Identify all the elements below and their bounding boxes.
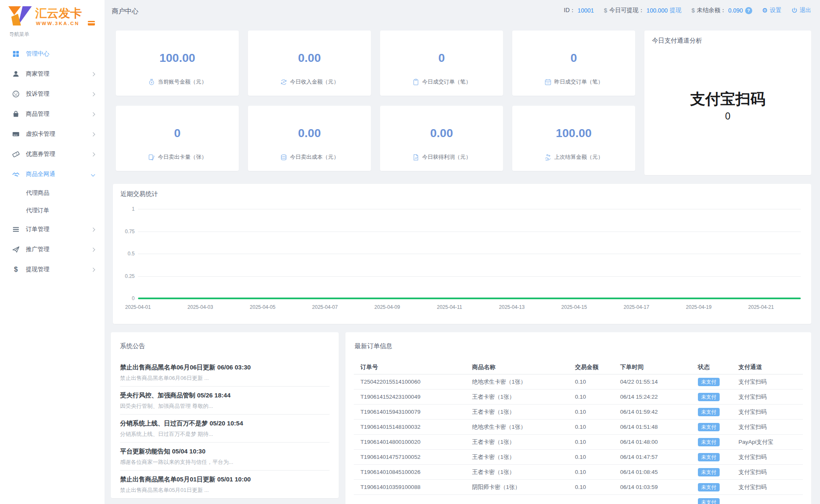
order-no: T250422015514100060 [360, 379, 472, 385]
merchant-id-label: ID： [564, 7, 575, 14]
stat-value: 0.00 [380, 126, 503, 140]
stat-card: 0今日成交订单（笔） [380, 31, 503, 96]
sidebar-subitem[interactable]: 代理订单 [0, 202, 105, 219]
order-row: 未支付 [354, 495, 803, 504]
order-amount: 0.10 [575, 454, 620, 460]
sidebar-item-2[interactable]: 投诉管理 [0, 84, 105, 104]
announcement-title: 禁止出售商品黑名单06月06日更新 06/06 03:30 [120, 363, 330, 372]
sidebar-item-1[interactable]: 商家管理 [0, 64, 105, 84]
stat-label: 今日成交订单（笔） [422, 78, 471, 86]
x-axis-tick-label: 2025-04-01 [117, 304, 159, 310]
profit-file-icon [412, 154, 419, 161]
stat-card: 0.00今日获得利润（元） [380, 106, 503, 171]
order-amount: 0.10 [575, 469, 620, 475]
order-no: T190614010359100088 [360, 484, 472, 490]
orders-table: 订单号商品名称交易金额下单时间状态支付通道T250422015514100060… [354, 360, 803, 504]
withdrawable-today: $ 今日可提现：100.000 提现 [604, 7, 681, 14]
sidebar-item-8[interactable]: 推广管理 [0, 239, 105, 260]
order-product: 王者卡密（1张） [472, 453, 575, 461]
merchant-id: ID：10001 [564, 7, 594, 14]
x-axis-tick-label: 2025-04-13 [491, 304, 533, 310]
order-product: 王者卡密（1张） [472, 468, 575, 476]
orders-column-header: 支付通道 [738, 364, 803, 371]
help-icon[interactable]: ? [745, 7, 752, 14]
logout-button[interactable]: 退出 [792, 7, 811, 14]
chevron-right-icon [91, 267, 95, 272]
logout-label: 退出 [800, 7, 811, 14]
announcements-title: 系统公告 [120, 342, 330, 350]
y-axis-tick-label: 0.75 [115, 229, 135, 234]
sidebar-item-label: 投诉管理 [26, 90, 49, 98]
sidebar-item-label: 商品全网通 [26, 171, 55, 178]
announcement-title: 分销系统上线、日过百万不是梦 05/20 10:54 [120, 419, 330, 428]
order-channel: 支付宝扫码 [738, 484, 803, 491]
stat-value: 0 [512, 51, 635, 65]
gridline [138, 254, 801, 254]
sidebar-item-label: 管理中心 [26, 50, 49, 58]
brand-logo[interactable]: 汇云发卡 WWW.3KA.CN [0, 0, 105, 27]
currency-icon: $ [604, 7, 607, 14]
chevron-down-icon [91, 172, 95, 176]
brand-site: WWW.3KA.CN [36, 21, 79, 26]
stat-label: 当前账号金额（元） [158, 78, 207, 86]
y-axis-tick-label: 0.25 [115, 273, 135, 279]
order-channel: 支付宝扫码 [738, 468, 803, 476]
order-product: 绝地求生卡密（1张） [472, 423, 575, 431]
y-axis-tick-label: 1 [115, 206, 135, 212]
chevron-right-icon [91, 227, 95, 232]
chevron-right-icon [91, 112, 95, 116]
order-product: 阴阳师卡密（1张） [472, 484, 575, 491]
unsettled-balance: $ 未结余额：0.090 ? [692, 7, 752, 14]
order-channel: 支付宝扫码 [738, 378, 803, 386]
sidebar-subitem[interactable]: 代理商品 [0, 184, 105, 202]
announcement-item[interactable]: 禁止出售商品黑名单06月06日更新 06/06 03:30禁止出售商品黑名单06… [120, 359, 330, 387]
sidebar-item-7[interactable]: 订单管理 [0, 219, 105, 239]
sidebar-item-5[interactable]: 优惠券管理 [0, 144, 105, 164]
unsettled-label: 未结余额： [697, 7, 726, 14]
stat-value: 100.00 [512, 126, 635, 140]
stat-card: 0今日卖出卡量（张） [116, 106, 239, 171]
settings-button[interactable]: ⚙ 设置 [762, 7, 782, 14]
order-no: T190614152423100049 [360, 394, 472, 400]
stat-card: 100.00¥当前账号金额（元） [116, 31, 239, 96]
stat-value: 0.00 [248, 51, 371, 65]
power-icon [792, 8, 797, 13]
announcement-item[interactable]: 分销系统上线、日过百万不是梦 05/20 10:54分销系统上线、日过百万不是梦… [120, 415, 330, 443]
announcement-summary: 感谢各位商家一路以来的支持与信任，平台为... [120, 458, 330, 466]
status-badge: 未支付 [698, 393, 720, 401]
order-time: 06/14 01:59:42 [620, 409, 698, 415]
x-axis-tick-label: 2025-04-05 [242, 304, 284, 310]
announcement-summary: 禁止出售商品黑名单06月06日更新 ... [120, 374, 330, 382]
status-badge: 未支付 [698, 378, 720, 386]
order-no: T190614015148100032 [360, 424, 472, 430]
income-icon: ¥ [280, 79, 287, 86]
order-channel: PayApi支付宝 [738, 438, 803, 446]
order-row: T190614014757100052王者卡密（1张）0.1006/14 01:… [354, 450, 803, 465]
stat-card: 0.00今日卖出成本（元） [248, 106, 371, 171]
sidebar-item-9[interactable]: $提现管理 [0, 260, 105, 280]
announcement-item[interactable]: 平台更新功能告知 05/04 10:30感谢各位商家一路以来的支持与信任，平台为… [120, 443, 330, 471]
sidebar-item-6[interactable]: 商品全网通 [0, 164, 105, 184]
announcement-item[interactable]: 禁止出售商品黑名单05月01日更新 05/01 10:00禁止出售商品黑名单05… [120, 471, 330, 499]
x-axis-labels: 2025-04-012025-04-032025-04-052025-04-07… [117, 304, 782, 310]
stat-card: 0.00¥今日收入金额（元） [248, 31, 371, 96]
sidebar-item-0[interactable]: 管理中心 [0, 44, 105, 64]
series-line [138, 298, 801, 299]
payment-channel-count: 0 [644, 111, 811, 122]
sidebar-item-label: 提现管理 [26, 266, 49, 273]
order-time: 06/14 01:08:45 [620, 469, 698, 475]
order-amount: 0.10 [575, 394, 620, 400]
gridline [138, 232, 801, 232]
deal-order-icon [412, 79, 419, 86]
order-amount: 0.10 [575, 484, 620, 490]
order-channel: 支付宝扫码 [738, 393, 803, 401]
announcement-summary: 因受央行管制、加强商品管理 尊敬的... [120, 402, 330, 410]
sidebar-item-3[interactable]: 商品管理 [0, 104, 105, 124]
sidebar-item-4[interactable]: 虚拟卡管理 [0, 124, 105, 144]
announcement-item[interactable]: 受央行风控、加强商品管制 05/26 18:44因受央行管制、加强商品管理 尊敬… [120, 387, 330, 415]
chevron-right-icon [91, 92, 95, 96]
withdraw-link[interactable]: 提现 [670, 7, 682, 14]
recent-transactions-chart: 近期交易统计 10.750.50.2502025-04-012025-04-03… [113, 184, 811, 324]
product-icon [12, 110, 20, 118]
x-axis-tick-label: 2025-04-15 [553, 304, 595, 310]
